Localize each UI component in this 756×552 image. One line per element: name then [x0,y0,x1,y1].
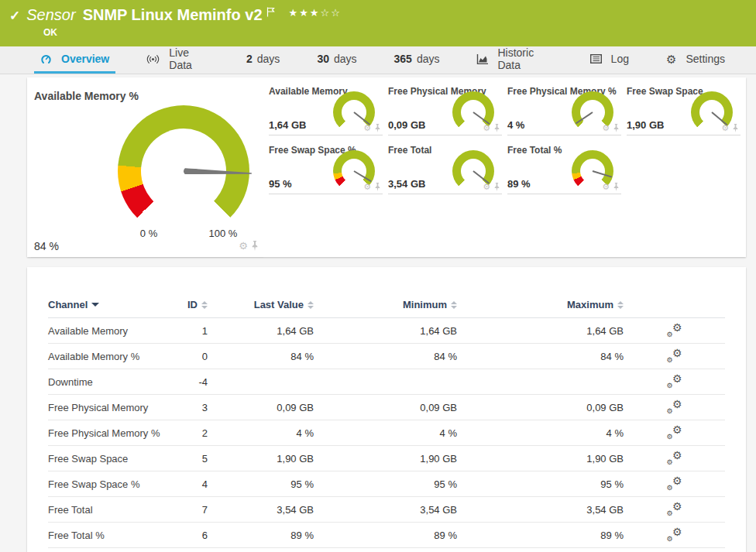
log-list-icon [590,54,602,63]
channel-id: 7 [172,504,208,516]
channel-settings-icon[interactable]: ⚙⚙ [667,375,682,389]
settings-gear-icon: ⚙ [666,53,676,65]
mini-gauge-value: 95 % [269,178,292,190]
priority-stars[interactable]: ★★★☆☆ [289,7,342,19]
tab-bar: Overview Live Data 2days 30days 365days … [0,46,756,74]
mini-gauge-tile[interactable]: Free Total 3,54 GB ⚙ [388,142,502,194]
tab-log[interactable]: Log [584,46,635,74]
channel-id: 3 [172,402,208,413]
channel-id: 6 [172,530,208,541]
table-row[interactable]: Available Memory 1 1,64 GB 1,64 GB 1,64 … [48,318,725,344]
tab-historic-data[interactable]: Historic Data [470,46,558,74]
mini-gauge-grid: Available Memory 1,64 GB ⚙ Free Physical… [269,84,746,201]
mini-gauge-title: Free Total [388,145,431,156]
channel-settings-icon[interactable]: ⚙⚙ [667,349,682,363]
table-row[interactable]: Free Swap Space % 4 95 % 95 % 95 % ⚙⚙ [48,471,725,497]
status-ok-check-icon: ✓ [9,8,20,24]
channel-name[interactable]: Free Total % [48,530,172,541]
table-row[interactable]: Available Memory % 0 84 % 84 % 84 % ⚙⚙ [48,344,725,369]
channel-settings-icon[interactable]: ⚙⚙ [667,426,682,440]
channel-minimum: 4 % [314,427,457,439]
mini-gauge-tile[interactable]: Free Swap Space 1,90 GB ⚙ [627,84,741,135]
channel-name[interactable]: Free Total [48,504,172,516]
channel-name[interactable]: Free Physical Memory [48,402,172,413]
gauge-pin-icon[interactable] [251,241,259,251]
gauge-icon [40,53,52,64]
channel-name[interactable]: Available Memory % [48,351,172,362]
sort-icon [451,301,457,309]
gauge-settings-gear-icon[interactable]: ⚙ [239,241,248,251]
table-row[interactable]: Free Physical Memory 3 0,09 GB 0,09 GB 0… [48,395,725,420]
tab-30-days[interactable]: 30days [311,46,363,74]
column-header-channel[interactable]: Channel [48,299,172,310]
channel-settings-icon[interactable]: ⚙⚙ [667,451,682,465]
gauge-max-label: 100 % [204,228,242,239]
tab-overview[interactable]: Overview [34,46,115,74]
channel-last-value: 89 % [208,530,314,541]
gauge-settings-gear-icon[interactable]: ⚙ [363,183,371,191]
tab-2-days[interactable]: 2days [240,46,286,74]
channel-settings-icon[interactable]: ⚙⚙ [667,502,682,516]
table-row[interactable]: Free Swap Space 5 1,90 GB 1,90 GB 1,90 G… [48,446,725,471]
mini-gauge-value: 0,09 GB [388,119,425,131]
column-header-last-value[interactable]: Last Value [208,299,314,310]
tab-settings[interactable]: ⚙ Settings [660,46,731,74]
gauge-pin-icon[interactable] [374,124,381,132]
channel-name[interactable]: Free Swap Space % [48,478,172,490]
channel-settings-icon[interactable]: ⚙⚙ [667,400,682,414]
gauge-pin-icon[interactable] [493,183,500,191]
channel-name[interactable]: Downtime [48,376,172,388]
channel-minimum: 1,64 GB [314,325,457,337]
gauge-settings-gear-icon[interactable]: ⚙ [721,124,729,132]
column-header-maximum[interactable]: Maximum [457,299,624,310]
gauge-pin-icon[interactable] [493,124,500,132]
sort-icon [201,301,208,309]
channel-last-value: 3,54 GB [208,504,314,516]
channel-name[interactable]: Free Physical Memory % [48,427,172,439]
channel-maximum: 1,90 GB [457,453,624,465]
channel-minimum: 84 % [314,351,457,362]
table-header-row: Channel ID Last Value Minimum Maximum [48,292,725,318]
channel-minimum: 3,54 GB [314,504,457,516]
gauge-settings-gear-icon[interactable]: ⚙ [602,183,610,191]
table-row[interactable]: Free Total 7 3,54 GB 3,54 GB 3,54 GB ⚙⚙ [48,497,725,523]
primary-gauge-title: Available Memory % [34,90,139,102]
column-header-id[interactable]: ID [172,299,208,310]
table-row[interactable]: Free Total % 6 89 % 89 % 89 % ⚙⚙ [48,523,725,548]
gauge-settings-gear-icon[interactable]: ⚙ [602,124,610,132]
channels-panel: Channel ID Last Value Minimum Maximum [27,267,746,552]
priority-flag-icon[interactable] [266,6,275,20]
channel-minimum: 0,09 GB [314,402,457,413]
object-kind-label: Sensor [26,6,75,24]
mini-gauge-tile[interactable]: Free Swap Space % 95 % ⚙ [269,142,383,194]
channel-last-value: 95 % [208,478,314,490]
table-row[interactable]: Free Physical Memory % 2 4 % 4 % 4 % ⚙⚙ [48,420,725,446]
gauge-pin-icon[interactable] [613,183,620,191]
column-header-minimum[interactable]: Minimum [314,299,457,310]
mini-gauge-tile[interactable]: Free Physical Memory % 4 % ⚙ [507,84,621,135]
table-row[interactable]: Downtime -4 ⚙⚙ [48,369,725,395]
channel-settings-icon[interactable]: ⚙⚙ [667,324,682,338]
channel-last-value: 4 % [208,427,314,439]
mini-gauge-tile[interactable]: Available Memory 1,64 GB ⚙ [269,84,383,135]
gauge-pin-icon[interactable] [613,124,620,132]
channel-name[interactable]: Available Memory [48,325,172,337]
mini-gauge-tile[interactable]: Free Total % 89 % ⚙ [507,142,621,194]
gauge-pin-icon[interactable] [374,183,381,191]
gauge-settings-gear-icon[interactable]: ⚙ [483,124,490,132]
channel-maximum: 3,54 GB [457,504,624,516]
gauge-settings-gear-icon[interactable]: ⚙ [483,183,490,191]
channel-settings-icon[interactable]: ⚙⚙ [667,477,682,491]
gauge-pin-icon[interactable] [732,124,739,132]
channel-maximum: 4 % [457,427,624,439]
channel-name[interactable]: Free Swap Space [48,453,172,465]
primary-gauge-tile[interactable]: Available Memory % 0 % 100 % 84 % ⚙ [31,84,263,258]
channel-settings-icon[interactable]: ⚙⚙ [667,528,682,542]
tab-365-days[interactable]: 365days [388,46,446,74]
gauge-settings-gear-icon[interactable]: ⚙ [363,124,371,132]
tab-live-data[interactable]: Live Data [140,46,215,74]
sort-icon [617,301,624,309]
channel-last-value: 0,09 GB [208,402,314,413]
live-data-icon [146,54,160,64]
mini-gauge-tile[interactable]: Free Physical Memory 0,09 GB ⚙ [388,84,502,135]
